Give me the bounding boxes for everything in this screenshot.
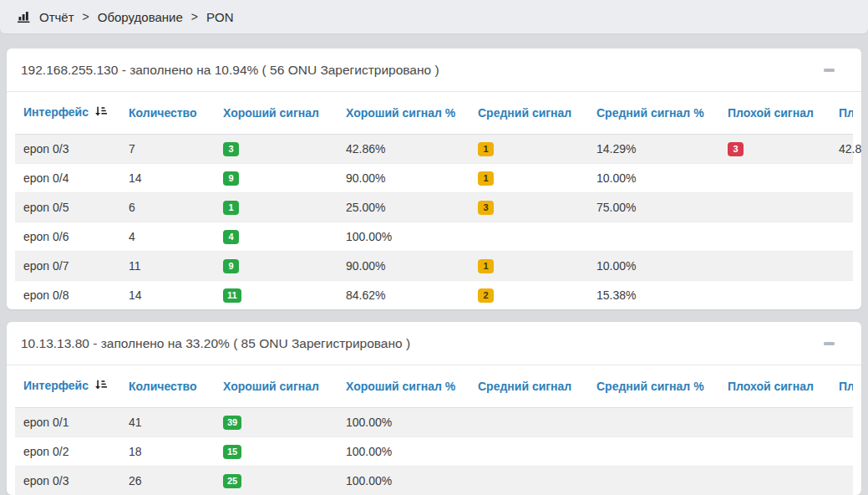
cell-bad-signal	[719, 193, 830, 222]
cell-good-signal: 1	[215, 193, 338, 222]
cell-mid-signal: 1	[470, 135, 588, 164]
cell-good-signal-pct: 42.86%	[338, 135, 470, 164]
column-header-interface[interactable]: Интерфейс	[15, 92, 120, 135]
cell-good-signal: 11	[215, 281, 338, 310]
cell-mid-signal: 1	[470, 252, 588, 281]
column-header-count[interactable]: Количество	[120, 92, 215, 135]
column-header-label: Плохой сигнал	[728, 380, 814, 393]
cell-good-signal-pct: 90.00%	[338, 164, 470, 193]
badge-good-signal: 3	[223, 142, 239, 156]
cell-bad-signal-pct	[830, 193, 853, 222]
column-header-good-signal-pct[interactable]: Хороший сигнал %	[338, 365, 470, 408]
cell-mid-signal	[470, 222, 588, 252]
column-header-label: Хороший сигнал	[223, 380, 319, 393]
collapse-button[interactable]	[819, 64, 840, 77]
column-header-label: Количество	[129, 106, 197, 120]
badge-mid-signal: 1	[478, 171, 494, 186]
cell-bad-signal-pct	[830, 252, 853, 281]
cell-good-signal: 25	[215, 467, 338, 495]
badge-mid-signal: 2	[478, 288, 494, 303]
cell-interface: epon 0/3	[15, 467, 120, 495]
column-header-label: Средний сигнал	[478, 106, 571, 120]
column-header-label: Интерфейс	[23, 379, 89, 392]
cell-bad-signal	[719, 281, 830, 310]
table-header-row: ИнтерфейсКоличествоХороший сигналХороший…	[15, 365, 853, 408]
cell-bad-signal-pct: 42.86%	[830, 135, 853, 164]
cell-bad-signal	[719, 467, 830, 495]
sort-amount-asc-icon	[94, 105, 107, 120]
table-header-row: ИнтерфейсКоличествоХороший сигналХороший…	[15, 92, 853, 135]
panel-title: 10.13.13.80 - заполнено на 33.20% ( 85 O…	[21, 336, 410, 351]
column-header-bad-signal[interactable]: Плохой сигнал	[719, 365, 830, 408]
cell-count: 11	[120, 252, 215, 281]
cell-bad-signal: 3	[719, 135, 830, 164]
column-header-count[interactable]: Количество	[120, 365, 215, 408]
cell-good-signal: 4	[215, 222, 338, 252]
cell-interface: epon 0/2	[15, 437, 120, 467]
badge-mid-signal: 3	[478, 201, 494, 215]
badge-mid-signal: 1	[478, 259, 494, 273]
column-header-interface[interactable]: Интерфейс	[15, 365, 120, 408]
column-header-bad-signal-pct[interactable]: Плохой сигнал %	[830, 92, 853, 135]
cell-interface: epon 0/4	[15, 164, 120, 193]
breadcrumb-items: Отчёт>Оборудование>PON	[39, 10, 234, 24]
badge-good-signal: 15	[223, 445, 241, 459]
collapse-button[interactable]	[819, 337, 840, 350]
breadcrumb-item[interactable]: Оборудование	[98, 10, 183, 24]
column-header-label: Средний сигнал %	[596, 106, 704, 120]
column-header-label: Средний сигнал	[478, 380, 571, 393]
cell-count: 4	[120, 222, 215, 252]
bar-chart-icon	[17, 10, 31, 23]
table-row: epon 0/711990.00%110.00%	[15, 252, 853, 281]
cell-good-signal-pct: 100.00%	[338, 408, 470, 437]
cell-good-signal-pct: 100.00%	[338, 437, 470, 467]
breadcrumb-item[interactable]: PON	[206, 10, 234, 24]
column-header-mid-signal[interactable]: Средний сигнал	[470, 92, 588, 135]
column-header-mid-signal[interactable]: Средний сигнал	[470, 365, 588, 408]
badge-bad-signal: 3	[728, 142, 744, 156]
table-row: epon 0/8141184.62%215.38%	[15, 281, 853, 310]
cell-good-signal-pct: 100.00%	[338, 222, 470, 252]
cell-interface: epon 0/8	[15, 281, 120, 310]
badge-good-signal: 1	[223, 201, 239, 215]
column-header-mid-signal-pct[interactable]: Средний сигнал %	[588, 365, 719, 408]
column-header-good-signal[interactable]: Хороший сигнал	[215, 92, 338, 135]
cell-good-signal-pct: 100.00%	[338, 467, 470, 495]
badge-good-signal: 4	[223, 230, 239, 244]
cell-mid-signal-pct	[588, 437, 719, 467]
cell-mid-signal: 2	[470, 281, 588, 310]
cell-bad-signal	[719, 437, 830, 467]
badge-good-signal: 25	[223, 474, 241, 488]
column-header-good-signal-pct[interactable]: Хороший сигнал %	[338, 92, 470, 135]
cell-count: 6	[120, 193, 215, 222]
table-row: epon 0/32625100.00%	[15, 467, 853, 495]
column-header-mid-signal-pct[interactable]: Средний сигнал %	[588, 92, 719, 135]
badge-good-signal: 39	[223, 416, 241, 430]
cell-mid-signal-pct: 15.38%	[588, 281, 719, 310]
cell-count: 18	[120, 437, 215, 467]
cell-bad-signal-pct	[830, 467, 853, 495]
column-header-bad-signal[interactable]: Плохой сигнал	[719, 92, 830, 135]
cell-interface: epon 0/6	[15, 222, 120, 252]
sort-amount-asc-icon	[94, 379, 107, 394]
cell-good-signal: 3	[215, 135, 338, 164]
cell-count: 14	[120, 281, 215, 310]
cell-interface: epon 0/7	[15, 252, 120, 281]
table-row: epon 0/37342.86%114.29%342.86%	[15, 135, 853, 164]
cell-good-signal: 9	[215, 164, 338, 193]
column-header-good-signal[interactable]: Хороший сигнал	[215, 365, 338, 408]
column-header-label: Интерфейс	[23, 105, 89, 119]
minus-icon	[824, 69, 835, 72]
breadcrumb-separator: >	[83, 10, 89, 23]
badge-mid-signal: 1	[478, 142, 494, 156]
cell-bad-signal-pct	[830, 437, 853, 467]
cell-bad-signal-pct	[830, 281, 853, 310]
cell-mid-signal-pct: 14.29%	[588, 135, 719, 164]
column-header-label: Плохой сигнал %	[839, 106, 853, 120]
column-header-label: Плохой сигнал	[728, 106, 814, 120]
column-header-label: Хороший сигнал	[223, 106, 319, 120]
cell-mid-signal-pct: 10.00%	[588, 164, 719, 193]
column-header-bad-signal-pct[interactable]: Плохой сигнал %	[830, 365, 853, 408]
panel-title: 192.168.255.130 - заполнено на 10.94% ( …	[21, 63, 439, 78]
breadcrumb-item[interactable]: Отчёт	[39, 10, 74, 24]
